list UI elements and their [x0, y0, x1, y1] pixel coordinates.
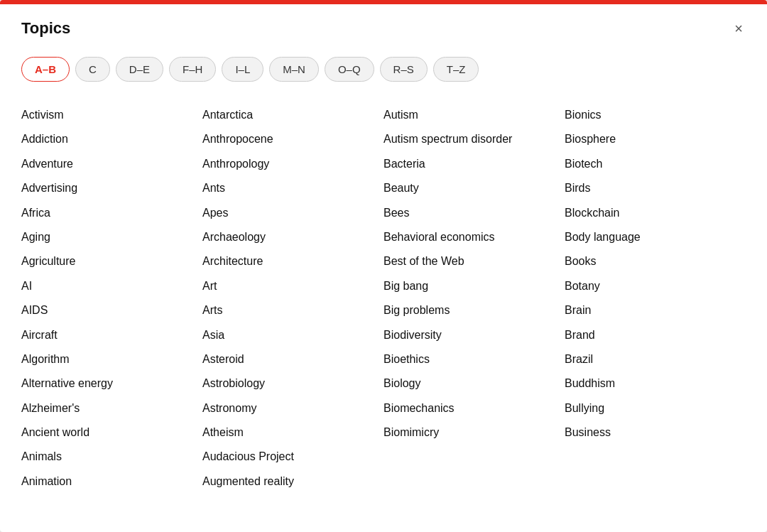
- topics-modal: Topics × A–BCD–EF–HI–LM–NO–QR–ST–Z Activ…: [0, 0, 767, 532]
- topic-item[interactable]: Augmented reality: [202, 469, 384, 494]
- topic-item[interactable]: Antarctica: [202, 103, 384, 127]
- tab-c[interactable]: C: [75, 57, 110, 82]
- topic-item[interactable]: Algorithm: [21, 347, 202, 371]
- topics-grid: ActivismAddictionAdventureAdvertisingAfr…: [0, 96, 767, 515]
- topic-item[interactable]: Bioethics: [384, 347, 565, 371]
- topic-item[interactable]: Biomimicry: [384, 420, 565, 445]
- topic-item[interactable]: Astronomy: [202, 396, 384, 420]
- topic-item[interactable]: Art: [202, 274, 384, 298]
- topic-item[interactable]: Animation: [21, 469, 202, 494]
- topic-item[interactable]: Blockchain: [565, 201, 746, 225]
- close-button[interactable]: ×: [731, 18, 746, 38]
- topic-item[interactable]: Activism: [21, 103, 202, 127]
- tab-ab[interactable]: A–B: [21, 57, 70, 82]
- topics-column-4: BionicsBiosphereBiotechBirdsBlockchainBo…: [565, 103, 746, 494]
- topic-item[interactable]: Adventure: [21, 152, 202, 176]
- tab-de[interactable]: D–E: [116, 57, 163, 82]
- topic-item[interactable]: Brazil: [565, 347, 746, 371]
- topic-item[interactable]: Arts: [202, 298, 384, 322]
- topic-item[interactable]: Books: [565, 249, 746, 273]
- topic-item[interactable]: Bionics: [565, 103, 746, 127]
- topic-item[interactable]: Biomechanics: [384, 396, 565, 420]
- topic-item[interactable]: AIDS: [21, 298, 202, 322]
- topic-item[interactable]: Addiction: [21, 127, 202, 151]
- topic-item[interactable]: Beauty: [384, 176, 565, 200]
- modal-header: Topics ×: [0, 4, 767, 50]
- topic-item[interactable]: Alternative energy: [21, 371, 202, 396]
- topic-item[interactable]: Buddhism: [565, 371, 746, 396]
- tab-oq[interactable]: O–Q: [325, 57, 374, 82]
- topic-item[interactable]: Atheism: [202, 420, 384, 445]
- topic-item[interactable]: Archaeology: [202, 225, 384, 249]
- topic-item[interactable]: Best of the Web: [384, 249, 565, 273]
- topic-item[interactable]: Astrobiology: [202, 371, 384, 396]
- topic-item[interactable]: Apes: [202, 201, 384, 225]
- topics-column-1: ActivismAddictionAdventureAdvertisingAfr…: [21, 103, 202, 494]
- topic-item[interactable]: Bullying: [565, 396, 746, 420]
- topic-item[interactable]: Asteroid: [202, 347, 384, 371]
- topic-item[interactable]: Birds: [565, 176, 746, 200]
- topic-item[interactable]: Ants: [202, 176, 384, 200]
- tab-mn[interactable]: M–N: [269, 57, 319, 82]
- topic-item[interactable]: Asia: [202, 323, 384, 347]
- topic-item[interactable]: Bacteria: [384, 152, 565, 176]
- topic-item[interactable]: Alzheimer's: [21, 396, 202, 420]
- topic-item[interactable]: Architecture: [202, 249, 384, 273]
- topic-item[interactable]: Anthropology: [202, 152, 384, 176]
- topic-item[interactable]: Biology: [384, 371, 565, 396]
- topic-item[interactable]: Africa: [21, 201, 202, 225]
- topic-item[interactable]: Aircraft: [21, 323, 202, 347]
- modal-title: Topics: [21, 19, 70, 38]
- topic-item[interactable]: Brain: [565, 298, 746, 322]
- topic-item[interactable]: Anthropocene: [202, 127, 384, 151]
- topic-item[interactable]: Animals: [21, 445, 202, 469]
- topic-item[interactable]: Body language: [565, 225, 746, 249]
- topic-item[interactable]: Big bang: [384, 274, 565, 298]
- topic-item[interactable]: Agriculture: [21, 249, 202, 273]
- tab-fh[interactable]: F–H: [169, 57, 216, 82]
- topic-item[interactable]: Bees: [384, 201, 565, 225]
- topic-item[interactable]: Biodiversity: [384, 323, 565, 347]
- topics-column-3: AutismAutism spectrum disorderBacteriaBe…: [384, 103, 565, 494]
- topic-item[interactable]: Business: [565, 420, 746, 445]
- tab-rs[interactable]: R–S: [380, 57, 428, 82]
- topic-item[interactable]: Autism: [384, 103, 565, 127]
- topic-item[interactable]: Advertising: [21, 176, 202, 200]
- topic-item[interactable]: Biosphere: [565, 127, 746, 151]
- topics-column-2: AntarcticaAnthropoceneAnthropologyAntsAp…: [202, 103, 384, 494]
- topic-item[interactable]: Biotech: [565, 152, 746, 176]
- topic-item[interactable]: Ancient world: [21, 420, 202, 445]
- tab-tz[interactable]: T–Z: [433, 57, 479, 82]
- topic-item[interactable]: Audacious Project: [202, 445, 384, 469]
- topic-item[interactable]: Behavioral economics: [384, 225, 565, 249]
- topic-item[interactable]: Big problems: [384, 298, 565, 322]
- tab-il[interactable]: I–L: [222, 57, 263, 82]
- topic-item[interactable]: Aging: [21, 225, 202, 249]
- topic-item[interactable]: AI: [21, 274, 202, 298]
- tabs-row: A–BCD–EF–HI–LM–NO–QR–ST–Z: [0, 50, 767, 96]
- topic-item[interactable]: Botany: [565, 274, 746, 298]
- topic-item[interactable]: Brand: [565, 323, 746, 347]
- topic-item[interactable]: Autism spectrum disorder: [384, 127, 565, 151]
